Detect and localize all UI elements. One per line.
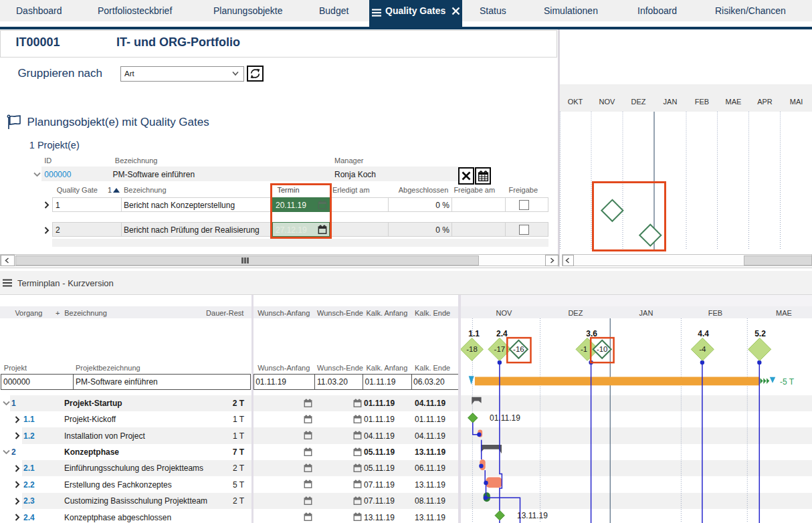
svg-text:-1: -1: [581, 345, 587, 353]
svg-text:3.6: 3.6: [586, 329, 597, 338]
svg-text:-18: -18: [466, 345, 478, 353]
svg-text:-4: -4: [699, 345, 706, 353]
svg-text:-5 T: -5 T: [780, 377, 795, 387]
svg-text:-10: -10: [597, 345, 608, 353]
svg-text:5.2: 5.2: [754, 329, 766, 338]
svg-text:13.11.19: 13.11.19: [517, 511, 548, 520]
svg-text:-17: -17: [494, 345, 506, 353]
svg-text:2.4: 2.4: [496, 329, 508, 338]
svg-text:-16: -16: [513, 345, 524, 353]
svg-text:4.4: 4.4: [698, 329, 709, 338]
svg-text:01.11.19: 01.11.19: [490, 413, 520, 423]
svg-text:1.1: 1.1: [468, 329, 480, 338]
